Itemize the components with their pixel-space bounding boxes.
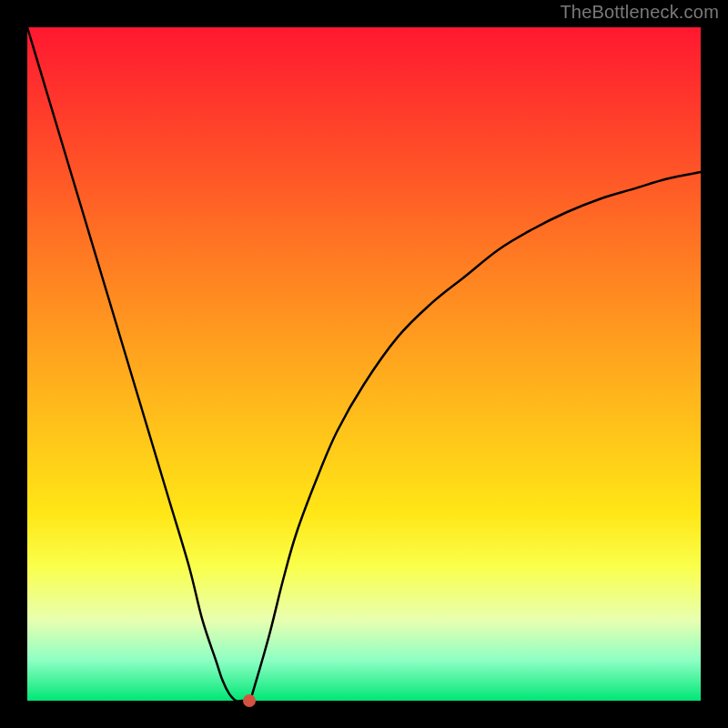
bottleneck-curve [27,27,701,701]
chart-frame: TheBottleneck.com [0,0,728,728]
plot-area [27,27,701,701]
watermark-text: TheBottleneck.com [560,2,719,23]
minimum-marker [243,694,256,707]
